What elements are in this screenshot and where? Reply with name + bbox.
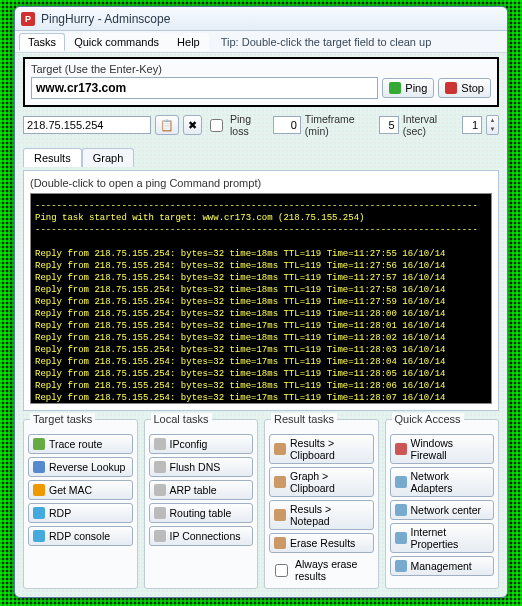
btn-flush-dns[interactable]: Flush DNS <box>149 457 254 477</box>
routing-table-icon <box>154 507 166 519</box>
management-icon <box>395 560 407 572</box>
btn-windows-firewall[interactable]: Windows Firewall <box>390 434 495 464</box>
btn-get-mac-label: Get MAC <box>49 484 92 496</box>
btn-management-label: Management <box>411 560 472 572</box>
btn-windows-firewall-label: Windows Firewall <box>411 437 490 461</box>
btn-flush-dns-label: Flush DNS <box>170 461 221 473</box>
clear-ip-button[interactable]: ✖ <box>183 115 202 135</box>
copy-ip-button[interactable]: 📋 <box>155 115 179 135</box>
btn-internet-properties[interactable]: Internet Properties <box>390 523 495 553</box>
btn-rdp[interactable]: RDP <box>28 503 133 523</box>
group-title-result: Result tasks <box>271 413 337 425</box>
results-clipboard-icon <box>274 443 286 455</box>
menu-help[interactable]: Help <box>168 33 209 51</box>
btn-arp-table-label: ARP table <box>170 484 217 496</box>
btn-rdp-console-label: RDP console <box>49 530 110 542</box>
results-frame: (Double-click to open a ping Command pro… <box>23 170 499 411</box>
graph-clipboard-icon <box>274 476 286 488</box>
erase-results-icon <box>274 537 286 549</box>
task-groups: Target tasks Trace routeReverse LookupGe… <box>23 419 499 589</box>
timeframe-value[interactable] <box>379 116 399 134</box>
trace-route-icon <box>33 438 45 450</box>
internet-properties-icon <box>395 532 407 544</box>
btn-graph-clipboard-label: Graph > Clipboard <box>290 470 369 494</box>
interval-value[interactable] <box>462 116 482 134</box>
results-hint: (Double-click to open a ping Command pro… <box>30 177 492 189</box>
titlebar[interactable]: P PingHurry - Adminscope <box>15 7 507 31</box>
btn-resuls-notepad-label: Resuls > Notepad <box>290 503 369 527</box>
interval-spinner[interactable]: ▲▼ <box>486 115 499 135</box>
btn-trace-route[interactable]: Trace route <box>28 434 133 454</box>
btn-rdp-label: RDP <box>49 507 71 519</box>
btn-graph-clipboard[interactable]: Graph > Clipboard <box>269 467 374 497</box>
btn-network-adapters[interactable]: Network Adapters <box>390 467 495 497</box>
target-input[interactable] <box>31 77 378 99</box>
rdp-console-icon <box>33 530 45 542</box>
menubar: Tasks Quick commands Help Tip: Double-cl… <box>15 31 507 53</box>
window-title: PingHurry - Adminscope <box>41 12 170 26</box>
clear-icon: ✖ <box>188 119 197 132</box>
btn-get-mac[interactable]: Get MAC <box>28 480 133 500</box>
group-result-tasks: Result tasks Results > ClipboardGraph > … <box>264 419 379 589</box>
pingloss-checkbox[interactable] <box>210 119 223 132</box>
btn-management[interactable]: Management <box>390 556 495 576</box>
menu-tasks[interactable]: Tasks <box>19 33 65 51</box>
btn-ip-connections[interactable]: IP Connections <box>149 526 254 546</box>
btn-routing-table[interactable]: Routing table <box>149 503 254 523</box>
btn-ipconfig-label: IPconfig <box>170 438 208 450</box>
btn-reverse-lookup[interactable]: Reverse Lookup <box>28 457 133 477</box>
stop-button[interactable]: Stop <box>438 78 491 98</box>
group-local-tasks: Local tasks IPconfigFlush DNSARP tableRo… <box>144 419 259 589</box>
windows-firewall-icon <box>395 443 407 455</box>
tab-results[interactable]: Results <box>23 148 82 167</box>
network-center-icon <box>395 504 407 516</box>
target-panel: Target (Use the Enter-Key) Ping Stop <box>23 57 499 107</box>
content-area: Target (Use the Enter-Key) Ping Stop 📋 ✖… <box>15 53 507 597</box>
app-icon: P <box>21 12 35 26</box>
pingloss-label: Ping loss <box>230 113 269 137</box>
btn-erase-results-label: Erase Results <box>290 537 355 549</box>
target-label: Target (Use the Enter-Key) <box>31 63 491 75</box>
group-quick-access: Quick Access Windows FirewallNetwork Ada… <box>385 419 500 589</box>
btn-internet-properties-label: Internet Properties <box>411 526 490 550</box>
menu-tip: Tip: Double-click the target field to cl… <box>221 36 432 48</box>
btn-trace-route-label: Trace route <box>49 438 102 450</box>
results-tabs: Results Graph <box>23 147 499 166</box>
btn-results-clipboard-label: Results > Clipboard <box>290 437 369 461</box>
btn-network-center[interactable]: Network center <box>390 500 495 520</box>
btn-reverse-lookup-label: Reverse Lookup <box>49 461 125 473</box>
pingloss-value[interactable] <box>273 116 301 134</box>
copy-icon: 📋 <box>160 119 174 132</box>
menu-quick-commands[interactable]: Quick commands <box>65 33 168 51</box>
get-mac-icon <box>33 484 45 496</box>
group-title-quick: Quick Access <box>392 413 464 425</box>
btn-arp-table[interactable]: ARP table <box>149 480 254 500</box>
ip-connections-icon <box>154 530 166 542</box>
host-row: 📋 ✖ Ping loss Timeframe (min) Interval (… <box>23 111 499 139</box>
stop-icon <box>445 82 457 94</box>
flush-dns-icon <box>154 461 166 473</box>
stop-button-label: Stop <box>461 82 484 94</box>
resolved-ip[interactable] <box>23 116 151 134</box>
btn-ip-connections-label: IP Connections <box>170 530 241 542</box>
tab-graph[interactable]: Graph <box>82 148 135 167</box>
resuls-notepad-icon <box>274 509 286 521</box>
btn-erase-results[interactable]: Erase Results <box>269 533 374 553</box>
ping-console[interactable]: ----------------------------------------… <box>30 193 492 404</box>
btn-rdp-console[interactable]: RDP console <box>28 526 133 546</box>
group-title-local: Local tasks <box>151 413 212 425</box>
btn-ipconfig[interactable]: IPconfig <box>149 434 254 454</box>
always-erase-label: Always erase results <box>295 558 372 582</box>
btn-resuls-notepad[interactable]: Resuls > Notepad <box>269 500 374 530</box>
group-target-tasks: Target tasks Trace routeReverse LookupGe… <box>23 419 138 589</box>
network-adapters-icon <box>395 476 407 488</box>
play-icon <box>389 82 401 94</box>
ipconfig-icon <box>154 438 166 450</box>
btn-results-clipboard[interactable]: Results > Clipboard <box>269 434 374 464</box>
app-window: P PingHurry - Adminscope Tasks Quick com… <box>14 6 508 598</box>
always-erase-checkbox[interactable] <box>275 564 288 577</box>
btn-network-adapters-label: Network Adapters <box>411 470 490 494</box>
group-title-target: Target tasks <box>30 413 95 425</box>
ping-button[interactable]: Ping <box>382 78 434 98</box>
btn-network-center-label: Network center <box>411 504 482 516</box>
